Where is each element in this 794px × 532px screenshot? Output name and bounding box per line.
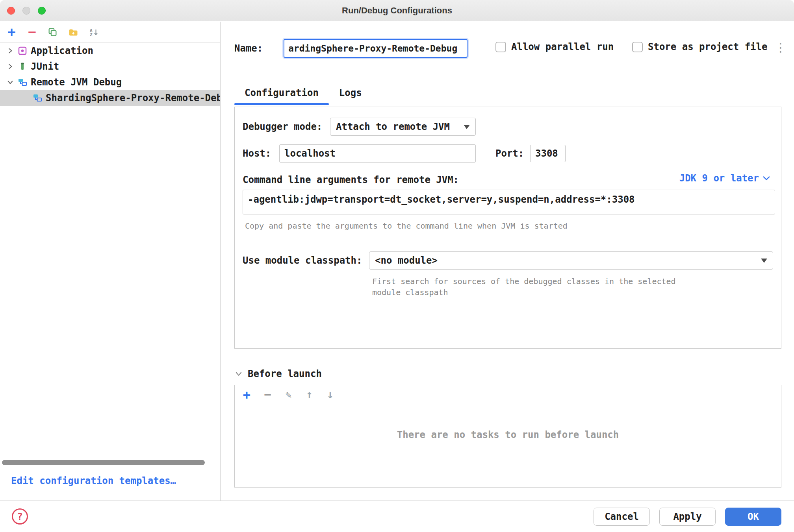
window-title: Run/Debug Configurations [342, 6, 452, 16]
traffic-lights [7, 0, 46, 21]
chevron-down-icon[interactable] [6, 78, 14, 86]
remote-jvm-debug-icon [32, 93, 43, 103]
sort-alphabetically-icon[interactable]: AZ [88, 27, 99, 37]
configurations-tree: Application JUnit Remote JVM Debug [0, 43, 220, 106]
remove-task-icon[interactable]: − [262, 389, 273, 400]
move-up-icon[interactable]: ↑ [304, 389, 315, 400]
main-panel: Name: Allow parallel run Store as projec… [221, 22, 794, 501]
run-debug-configurations-dialog: Run/Debug Configurations + − AZ [0, 0, 794, 532]
name-input[interactable] [284, 39, 467, 58]
checkbox-box[interactable] [495, 42, 506, 52]
chevron-down-icon [763, 176, 770, 181]
store-as-project-file-label: Store as project file [648, 41, 767, 52]
remote-jvm-debug-icon [17, 77, 28, 87]
allow-parallel-run-label: Allow parallel run [511, 41, 614, 52]
tree-item-label: ShardingSphere-Proxy-Remote-Deb [46, 92, 220, 103]
ok-button[interactable]: OK [725, 508, 781, 526]
copy-configuration-icon[interactable] [47, 27, 58, 37]
store-as-project-file-checkbox[interactable]: Store as project file [632, 41, 767, 52]
tabs: Configuration Logs [234, 81, 372, 105]
module-classpath-value: <no module> [375, 255, 438, 266]
allow-parallel-run-checkbox[interactable]: Allow parallel run [495, 41, 614, 52]
port-input[interactable] [530, 145, 566, 162]
collapse-chevron-down-icon[interactable] [234, 369, 243, 378]
chevron-right-icon[interactable] [6, 63, 14, 70]
before-launch-empty-text: There are no tasks to run before launch [235, 404, 781, 487]
checkbox-box[interactable] [632, 42, 643, 52]
command-line-label: Command line arguments for remote JVM: [243, 174, 459, 185]
tree-item-application[interactable]: Application [0, 43, 220, 59]
help-icon[interactable]: ? [12, 508, 28, 525]
module-classpath-label: Use module classpath: [243, 255, 362, 266]
application-icon [17, 46, 28, 56]
host-input[interactable] [279, 144, 476, 163]
port-label: Port: [495, 148, 524, 159]
debugger-mode-value: Attach to remote JVM [336, 121, 450, 132]
tab-configuration[interactable]: Configuration [234, 81, 329, 105]
before-launch-panel: + − ✎ ↑ ↓ There are no tasks to run befo… [234, 385, 781, 488]
tree-item-label: Application [31, 45, 93, 56]
chevron-down-icon [464, 125, 470, 129]
host-label: Host: [243, 148, 271, 159]
command-line-arguments-input[interactable]: -agentlib:jdwp=transport=dt_socket,serve… [243, 190, 775, 214]
svg-text:Z: Z [90, 32, 93, 37]
before-launch-header: Before launch [234, 367, 781, 381]
remove-configuration-icon[interactable]: − [27, 27, 37, 37]
before-launch-toolbar: + − ✎ ↑ ↓ [235, 385, 781, 404]
horizontal-scrollbar[interactable] [2, 460, 205, 465]
module-classpath-help-text: First search for sources of the debugged… [372, 276, 687, 298]
name-label: Name: [234, 43, 263, 54]
jdk-version-value: JDK 9 or later [679, 173, 759, 184]
chevron-down-icon [761, 259, 767, 263]
name-row: Name: Allow parallel run Store as projec… [234, 39, 786, 58]
tree-item-junit[interactable]: JUnit [0, 59, 220, 74]
more-options-kebab-icon[interactable]: ⋮ [775, 40, 787, 55]
command-line-help-text: Copy and paste the arguments to the comm… [245, 220, 568, 231]
edit-task-icon[interactable]: ✎ [283, 389, 294, 400]
section-divider [329, 374, 781, 374]
footer-buttons: Cancel Apply OK [594, 508, 781, 526]
add-configuration-icon[interactable]: + [6, 27, 17, 37]
before-launch-title: Before launch [248, 368, 322, 379]
tree-item-label: Remote JVM Debug [31, 77, 122, 88]
tab-logs[interactable]: Logs [329, 81, 372, 105]
apply-button[interactable]: Apply [659, 508, 716, 526]
debugger-mode-label: Debugger mode: [243, 121, 322, 132]
module-classpath-select[interactable]: <no module> [369, 251, 773, 270]
tree-item-shardingsphere-proxy-remote-debug[interactable]: ShardingSphere-Proxy-Remote-Deb [0, 90, 220, 106]
move-down-icon[interactable]: ↓ [325, 389, 336, 400]
edit-configuration-templates-link[interactable]: Edit configuration templates… [11, 475, 176, 486]
jdk-version-select[interactable]: JDK 9 or later [679, 173, 770, 184]
minimize-window-button [22, 7, 30, 15]
add-task-icon[interactable]: + [241, 389, 252, 400]
titlebar: Run/Debug Configurations [0, 0, 794, 21]
junit-icon [17, 61, 28, 72]
configuration-panel: Debugger mode: Attach to remote JVM Host… [234, 107, 781, 349]
tree-item-remote-jvm-debug[interactable]: Remote JVM Debug [0, 74, 220, 90]
chevron-right-icon[interactable] [6, 47, 14, 55]
new-folder-icon[interactable] [68, 27, 78, 37]
tree-item-label: JUnit [31, 61, 59, 72]
sidebar-toolbar: + − AZ [0, 22, 220, 43]
cancel-button[interactable]: Cancel [594, 508, 650, 526]
sidebar: + − AZ Application [0, 22, 221, 501]
footer: ? Cancel Apply OK [0, 501, 794, 532]
zoom-window-button[interactable] [38, 7, 46, 15]
debugger-mode-select[interactable]: Attach to remote JVM [330, 118, 476, 136]
close-window-button[interactable] [7, 7, 15, 15]
